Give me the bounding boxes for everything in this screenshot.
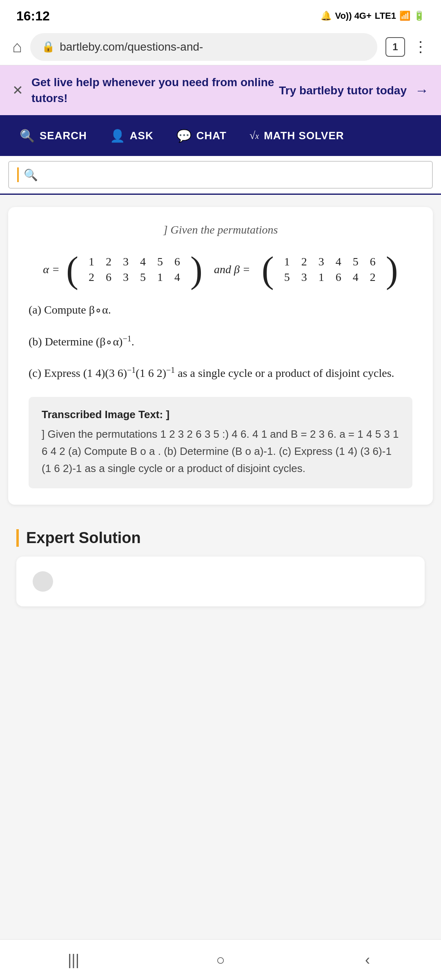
alpha-matrix: 1 2 3 4 5 6 2 6 3 5 1 4: [85, 253, 184, 286]
search-bar-container: 🔍: [0, 156, 441, 195]
ask-nav-icon: 👤: [110, 129, 125, 143]
back-icon: |||: [68, 951, 79, 969]
alarm-icon: 🔔: [321, 11, 332, 21]
nav-bar: 🔍 SEARCH 👤 ASK 💬 CHAT √x MATH SOLVER: [0, 115, 441, 156]
question-card: ] Given the permutations α = ( 1 2 3 4 5…: [8, 207, 433, 505]
chat-nav-icon: 💬: [176, 129, 192, 143]
url-bar[interactable]: 🔒 bartleby.com/questions-and-: [30, 33, 377, 61]
expert-solution-card: [16, 557, 425, 606]
signal-text: Vo)) 4G+: [335, 11, 371, 21]
beta-matrix: 1 2 3 4 5 6 5 3 1 6 4 2: [281, 253, 379, 286]
tab-count[interactable]: 1: [385, 37, 405, 57]
promo-close-button[interactable]: ✕: [12, 82, 23, 98]
question-part-c: (c) Express (1 4)(3 6)−1(1 6 2)−1 as a s…: [29, 363, 412, 382]
url-text: bartleby.com/questions-and-: [60, 40, 203, 53]
question-parts: (a) Compute β∘α. (b) Determine (β∘α)−1. …: [29, 301, 412, 382]
part-b-text: (b) Determine (β∘α)−1.: [29, 335, 134, 348]
alpha-left-paren: (: [66, 257, 78, 283]
promo-banner: ✕ Get live help whenever you need from o…: [0, 65, 441, 115]
beta-top-row: 1 2 3 4 5 6: [282, 255, 378, 268]
promo-arrow-icon[interactable]: →: [415, 82, 429, 98]
signal-bars-icon: 📶: [399, 11, 410, 21]
nav-chat[interactable]: 💬 CHAT: [165, 115, 238, 156]
search-bar-accent: [17, 167, 19, 182]
question-header: ] Given the permutations: [29, 223, 412, 236]
matrices-display: α = ( 1 2 3 4 5 6 2 6 3 5 1 4: [29, 253, 412, 286]
status-icons: 🔔 Vo)) 4G+ LTE1 📶 🔋: [321, 11, 425, 21]
and-label: and β =: [214, 263, 250, 276]
nav-recent-button[interactable]: ‹: [351, 948, 384, 972]
nav-home-button[interactable]: ○: [204, 948, 237, 972]
nav-ask[interactable]: 👤 ASK: [98, 115, 165, 156]
expert-solution-title: Expert Solution: [16, 529, 425, 547]
search-nav-icon: 🔍: [20, 129, 35, 143]
lte-text: LTE1: [375, 11, 396, 21]
beta-bottom-row: 5 3 1 6 4 2: [282, 271, 378, 284]
nav-chat-label: CHAT: [196, 129, 227, 142]
part-a-text: (a) Compute β∘α.: [29, 303, 111, 316]
status-time: 16:12: [16, 9, 50, 24]
nav-ask-label: ASK: [130, 129, 154, 142]
beta-right-paren: ): [386, 257, 398, 283]
transcribed-text: ] Given the permutations 1 2 3 2 6 3 5 :…: [42, 426, 399, 477]
nav-mathsolver[interactable]: √x MATH SOLVER: [238, 115, 356, 156]
nav-search[interactable]: 🔍 SEARCH: [8, 115, 98, 156]
alpha-label: α =: [43, 263, 60, 276]
nav-search-label: SEARCH: [40, 129, 87, 142]
search-bar[interactable]: 🔍: [8, 161, 433, 189]
expert-solution-section: Expert Solution: [8, 517, 433, 615]
nav-back-button[interactable]: |||: [57, 948, 90, 972]
expert-avatar: [33, 571, 53, 592]
status-bar: 16:12 🔔 Vo)) 4G+ LTE1 📶 🔋: [0, 0, 441, 29]
battery-icon: 🔋: [414, 11, 425, 21]
recent-icon: ‹: [365, 951, 370, 969]
alpha-top-row: 1 2 3 4 5 6: [87, 255, 182, 268]
promo-text: Get live help whenever you need from onl…: [31, 74, 275, 106]
home-nav-icon: ○: [216, 951, 225, 969]
question-part-a: (a) Compute β∘α.: [29, 301, 412, 319]
lock-icon: 🔒: [42, 40, 55, 53]
search-icon-inline: 🔍: [24, 168, 38, 182]
mathsolver-nav-icon: √x: [249, 129, 259, 142]
main-content: ] Given the permutations α = ( 1 2 3 4 5…: [0, 195, 441, 627]
browser-bar: ⌂ 🔒 bartleby.com/questions-and- 1 ⋮: [0, 29, 441, 65]
alpha-right-paren: ): [190, 257, 203, 283]
nav-mathsolver-label: MATH SOLVER: [264, 129, 344, 142]
promo-cta-text[interactable]: Try bartleby tutor today: [279, 82, 407, 98]
bottom-nav: ||| ○ ‹: [0, 939, 441, 980]
transcribed-box: Transcribed Image Text: ] ] Given the pe…: [29, 397, 412, 488]
home-icon[interactable]: ⌂: [12, 38, 22, 56]
beta-left-paren: (: [262, 257, 274, 283]
alpha-bottom-row: 2 6 3 5 1 4: [87, 271, 182, 284]
part-c-text: (c) Express (1 4)(3 6)−1(1 6 2)−1 as a s…: [29, 367, 394, 379]
menu-icon[interactable]: ⋮: [413, 38, 429, 56]
transcribed-bracket: ]: [166, 408, 169, 421]
question-part-b: (b) Determine (β∘α)−1.: [29, 332, 412, 351]
transcribed-label: Transcribed Image Text: ]: [42, 408, 399, 421]
